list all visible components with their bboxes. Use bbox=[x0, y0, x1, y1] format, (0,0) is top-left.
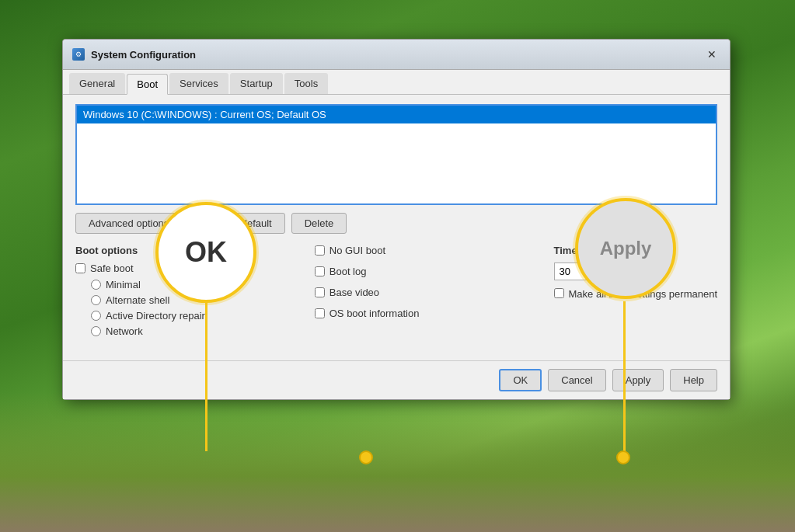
safe-boot-checkbox[interactable] bbox=[75, 263, 85, 273]
ok-button[interactable]: OK bbox=[499, 369, 542, 391]
base-video-label: Base video bbox=[330, 287, 379, 298]
base-video-row: Base video bbox=[315, 287, 539, 298]
tab-tools[interactable]: Tools bbox=[284, 73, 328, 94]
minimal-label: Minimal bbox=[106, 279, 141, 290]
tab-bar: General Boot Services Startup Tools bbox=[63, 70, 730, 95]
no-gui-boot-row: No GUI boot bbox=[315, 245, 539, 256]
help-button[interactable]: Help bbox=[670, 369, 717, 391]
alternate-shell-label: Alternate shell bbox=[106, 294, 169, 306]
tab-general[interactable]: General bbox=[69, 73, 125, 94]
base-video-checkbox[interactable] bbox=[315, 287, 325, 297]
tab-boot[interactable]: Boot bbox=[127, 74, 168, 95]
app-icon: ⚙ bbox=[72, 48, 85, 61]
os-boot-info-checkbox[interactable] bbox=[315, 308, 325, 318]
network-label: Network bbox=[106, 325, 143, 337]
tab-startup[interactable]: Startup bbox=[230, 73, 283, 94]
safe-boot-label: Safe boot bbox=[90, 263, 134, 274]
make-permanent-checkbox[interactable] bbox=[554, 288, 564, 298]
os-boot-info-row: OS boot information bbox=[315, 308, 539, 319]
no-gui-boot-checkbox[interactable] bbox=[315, 245, 325, 256]
road-overlay bbox=[0, 392, 795, 532]
annotation-ok-text: OK bbox=[185, 236, 227, 269]
boot-log-row: Boot log bbox=[315, 266, 539, 277]
no-gui-boot-label: No GUI boot bbox=[330, 245, 385, 256]
title-bar-left: ⚙ System Configuration bbox=[72, 48, 196, 61]
delete-button[interactable]: Delete bbox=[291, 213, 347, 234]
network-row: Network bbox=[91, 325, 299, 337]
title-bar: ⚙ System Configuration ✕ bbox=[63, 40, 730, 70]
os-boot-info-label: OS boot information bbox=[330, 308, 420, 319]
annotation-apply-text: Apply bbox=[600, 238, 652, 259]
close-button[interactable]: ✕ bbox=[703, 46, 720, 63]
annotation-line-apply bbox=[623, 301, 626, 451]
active-directory-label: Active Directory repair bbox=[106, 310, 205, 322]
active-directory-radio[interactable] bbox=[91, 311, 101, 321]
active-directory-row: Active Directory repair bbox=[91, 310, 299, 322]
boot-list-item[interactable]: Windows 10 (C:\WINDOWS) : Current OS; De… bbox=[77, 106, 716, 123]
boot-log-label: Boot log bbox=[330, 266, 367, 277]
dialog-footer: OK Cancel Apply Help bbox=[63, 360, 730, 399]
annotation-apply-circle: Apply bbox=[575, 198, 676, 299]
boot-list[interactable]: Windows 10 (C:\WINDOWS) : Current OS; De… bbox=[75, 104, 717, 205]
annotation-line-ok bbox=[205, 301, 207, 451]
boot-log-checkbox[interactable] bbox=[315, 266, 325, 276]
annotation-dot-ok bbox=[359, 450, 373, 464]
annotation-dot-apply bbox=[616, 450, 630, 464]
minimal-radio[interactable] bbox=[91, 280, 101, 290]
network-radio[interactable] bbox=[91, 326, 101, 336]
right-options: No GUI boot Boot log Base video OS boot … bbox=[315, 245, 539, 337]
alternate-shell-radio[interactable] bbox=[91, 295, 101, 305]
annotation-ok-circle: OK bbox=[155, 202, 256, 303]
cancel-button[interactable]: Cancel bbox=[548, 369, 605, 391]
tab-services[interactable]: Services bbox=[169, 73, 228, 94]
apply-button[interactable]: Apply bbox=[612, 369, 664, 391]
dialog-title: System Configuration bbox=[91, 49, 196, 61]
